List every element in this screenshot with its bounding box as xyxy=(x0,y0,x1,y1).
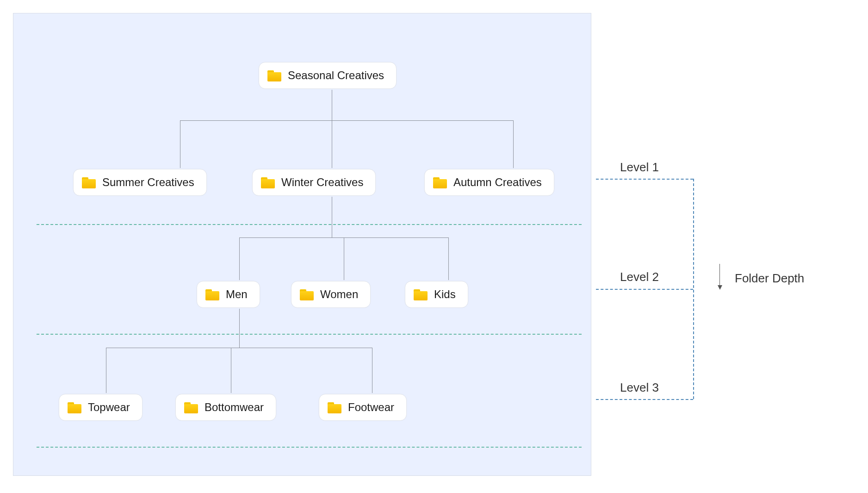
connector xyxy=(180,120,180,168)
connector xyxy=(344,237,344,280)
folder-icon xyxy=(328,401,341,413)
folder-node-men: Men xyxy=(197,281,260,308)
level-label-2: Level 2 xyxy=(620,270,659,284)
connector xyxy=(239,237,240,280)
level-separator xyxy=(37,334,582,335)
diagram-panel: Seasonal Creatives Summer Creatives Wint… xyxy=(13,13,591,476)
level-label-3: Level 3 xyxy=(620,381,659,395)
folder-node-topwear: Topwear xyxy=(59,394,143,421)
connector xyxy=(239,309,240,348)
folder-label: Seasonal Creatives xyxy=(288,69,384,82)
folder-icon xyxy=(433,176,447,188)
folder-label: Footwear xyxy=(348,401,394,414)
folder-icon xyxy=(205,288,219,300)
arrow-down-icon xyxy=(719,264,720,289)
bracket-line xyxy=(693,179,694,399)
connector xyxy=(231,348,231,393)
folder-icon xyxy=(267,69,281,81)
bracket-line xyxy=(596,399,693,400)
folder-icon xyxy=(184,401,198,413)
connector xyxy=(180,120,513,121)
folder-label: Bottomwear xyxy=(205,401,264,414)
folder-node-root: Seasonal Creatives xyxy=(259,62,397,89)
folder-node-women: Women xyxy=(291,281,371,308)
folder-label: Topwear xyxy=(88,401,130,414)
connector xyxy=(106,348,372,348)
level-separator xyxy=(37,447,582,448)
folder-label: Women xyxy=(320,288,358,301)
bracket-line xyxy=(596,289,693,290)
folder-node-kids: Kids xyxy=(405,281,468,308)
connector xyxy=(332,120,332,168)
connector xyxy=(106,348,106,393)
connector xyxy=(372,348,372,393)
level-separator xyxy=(37,224,582,225)
folder-icon xyxy=(261,176,275,188)
folder-node-autumn: Autumn Creatives xyxy=(424,169,554,196)
connector xyxy=(448,237,449,280)
bracket-line xyxy=(596,179,693,180)
folder-label: Men xyxy=(226,288,248,301)
folder-icon xyxy=(300,288,314,300)
folder-icon xyxy=(414,288,428,300)
folder-node-bottomwear: Bottomwear xyxy=(175,394,276,421)
folder-icon xyxy=(82,176,96,188)
folder-node-footwear: Footwear xyxy=(319,394,407,421)
folder-node-winter: Winter Creatives xyxy=(252,169,376,196)
folder-depth-label: Folder Depth xyxy=(735,271,804,286)
folder-label: Summer Creatives xyxy=(102,176,194,189)
folder-node-summer: Summer Creatives xyxy=(73,169,207,196)
connector xyxy=(332,197,332,237)
folder-label: Kids xyxy=(434,288,456,301)
connector xyxy=(513,120,514,168)
folder-label: Autumn Creatives xyxy=(453,176,542,189)
level-label-1: Level 1 xyxy=(620,160,659,175)
folder-label: Winter Creatives xyxy=(281,176,363,189)
folder-icon xyxy=(68,401,81,413)
connector xyxy=(332,90,332,120)
